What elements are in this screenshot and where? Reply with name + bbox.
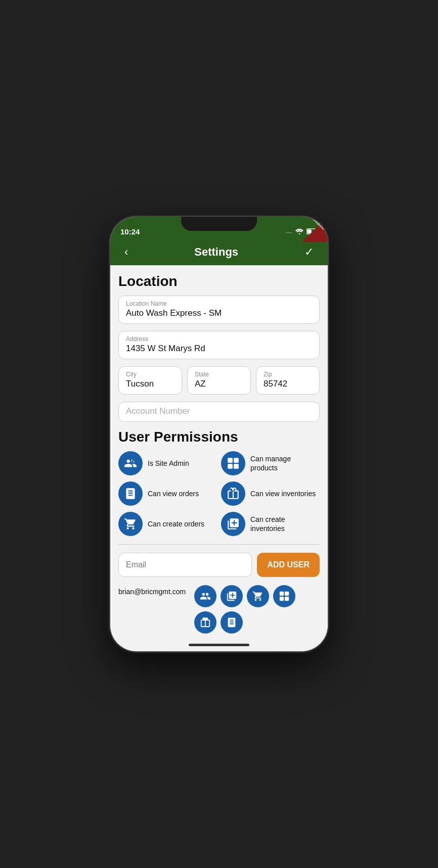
perm-item-view-orders: Can view orders [118,481,217,506]
debug-label: DEBUG [309,217,328,234]
add-user-button[interactable]: ADD USER [257,553,320,577]
state-label: State [195,371,243,378]
svg-rect-5 [234,458,239,463]
back-button[interactable]: ‹ [120,244,132,261]
perm-item-manage-products: Can manage products [221,451,320,475]
debug-badge: DEBUG [302,217,328,242]
site-admin-icon [118,451,143,475]
location-name-label: Location Name [126,300,312,307]
perm-label-manage-products: Can manage products [250,454,320,472]
dots-icon: ···· [286,229,292,236]
zip-value: 85742 [264,379,287,389]
view-orders-icon [118,481,143,506]
create-inventories-icon [221,512,245,536]
perm-item-view-inventories: Can view inventories [221,481,320,506]
user-perm-site-admin [194,585,216,607]
user-perm-create-orders [247,585,269,607]
confirm-button[interactable]: ✓ [300,244,318,261]
permissions-title: User Permissions [118,429,320,445]
header-title: Settings [194,246,238,259]
city-value: Tucson [126,379,154,389]
svg-rect-8 [280,592,284,596]
user-list-item: brian@bricmgmt.com [118,585,320,634]
svg-rect-6 [228,464,233,469]
location-title: Location [118,273,320,290]
perm-item-create-inventories: Can create inventories [221,512,320,536]
email-input[interactable] [118,553,252,577]
perm-label-create-orders: Can create orders [148,519,204,528]
svg-rect-7 [234,464,239,469]
state-value: AZ [195,379,206,389]
account-number-field[interactable]: Account Number [118,402,320,422]
app-header: ‹ Settings ✓ [110,239,328,265]
permissions-section: User Permissions Is Site Admin [118,429,320,536]
address-field[interactable]: Address 1435 W St Marys Rd [118,331,320,359]
zip-field[interactable]: Zip 85742 [256,366,320,395]
city-state-zip-row: City Tucson State AZ Zip 85742 [118,366,320,395]
city-label: City [126,371,174,378]
location-section: Location Location Name Auto Wash Express… [118,273,320,422]
user-perm-create-inventories [221,585,243,607]
home-indicator [110,638,328,651]
address-label: Address [126,335,312,343]
permissions-grid: Is Site Admin Can manage produ [118,451,320,536]
main-content: Location Location Name Auto Wash Express… [110,265,328,638]
user-perm-view-inventories [194,611,216,634]
address-value: 1435 W St Marys Rd [126,344,205,353]
user-perm-view-orders [221,611,243,634]
svg-rect-9 [285,592,289,596]
status-time: 10:24 [120,227,140,236]
svg-rect-11 [285,597,289,601]
perm-item-site-admin: Is Site Admin [118,451,217,475]
zip-label: Zip [264,371,312,378]
perm-label-site-admin: Is Site Admin [148,459,189,468]
manage-products-icon [221,451,245,475]
create-orders-icon [118,512,143,536]
add-user-row: ADD USER [118,553,320,577]
perm-label-view-inventories: Can view inventories [250,489,316,498]
user-email: brian@bricmgmt.com [118,585,189,597]
section-divider [118,544,320,545]
state-field[interactable]: State AZ [187,366,251,395]
account-number-placeholder: Account Number [126,406,190,416]
view-inventories-icon [221,481,245,506]
svg-rect-10 [280,597,284,601]
location-name-field[interactable]: Location Name Auto Wash Express - SM [118,296,320,324]
city-field[interactable]: City Tucson [118,366,182,395]
user-permissions-icons [194,585,320,634]
perm-label-view-orders: Can view orders [148,489,199,498]
perm-label-create-inventories: Can create inventories [250,515,320,533]
perm-item-create-orders: Can create orders [118,512,217,536]
home-bar [189,644,249,646]
user-perm-manage-products [273,585,295,607]
svg-rect-4 [228,458,233,463]
location-name-value: Auto Wash Express - SM [126,308,222,318]
